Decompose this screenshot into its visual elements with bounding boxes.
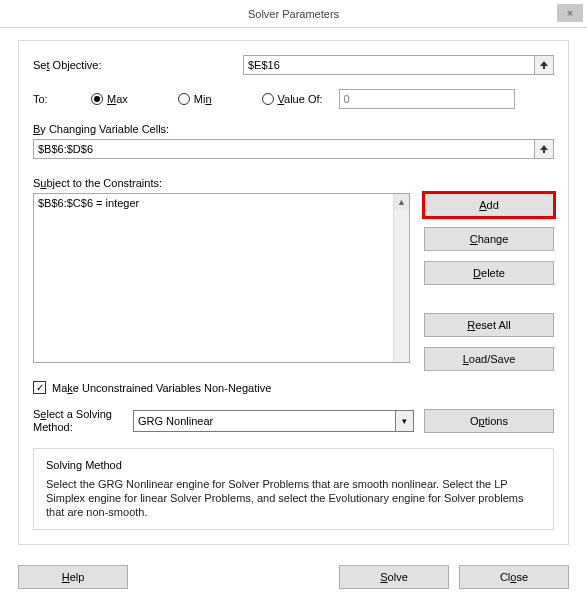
scroll-up-icon[interactable]: ▲ — [394, 194, 409, 210]
method-value: GRG Nonlinear — [138, 415, 213, 427]
solving-method-info: Solving Method Select the GRG Nonlinear … — [33, 448, 554, 530]
chevron-down-icon: ▾ — [395, 411, 413, 431]
changing-ref-button[interactable] — [534, 139, 554, 159]
radio-dot-icon — [262, 93, 274, 105]
spacer — [138, 565, 329, 589]
radio-valof-label: Value Of: — [278, 93, 323, 105]
radio-dot-icon — [178, 93, 190, 105]
nonneg-row: ✓ Make Unconstrained Variables Non-Negat… — [33, 381, 554, 394]
dialog-title: Solver Parameters — [248, 8, 339, 20]
scrollbar[interactable]: ▲ — [393, 194, 409, 362]
changing-cells-row: $B$6:$D$6 — [33, 139, 554, 159]
to-row: To: Max Min Value Of: 0 — [33, 89, 554, 109]
constraints-list[interactable]: $B$6:$C$6 = integer ▲ — [33, 193, 410, 363]
change-button[interactable]: Change — [424, 227, 554, 251]
objective-refbox: $E$16 — [243, 55, 554, 75]
radio-min[interactable]: Min — [178, 93, 212, 105]
changing-refbox: $B$6:$D$6 — [33, 139, 554, 159]
load-save-button[interactable]: Load/Save — [424, 347, 554, 371]
reset-all-button[interactable]: Reset All — [424, 313, 554, 337]
solve-button[interactable]: Solve — [339, 565, 449, 589]
info-heading: Solving Method — [46, 459, 541, 471]
nonneg-checkbox[interactable]: ✓ — [33, 381, 46, 394]
changing-input[interactable]: $B$6:$D$6 — [33, 139, 534, 159]
objective-input[interactable]: $E$16 — [243, 55, 534, 75]
method-label: Select a Solving Method: — [33, 408, 123, 434]
radio-dot-icon — [91, 93, 103, 105]
title-bar: Solver Parameters × — [0, 0, 587, 28]
radio-max-label: Max — [107, 93, 128, 105]
info-text: Select the GRG Nonlinear engine for Solv… — [46, 477, 541, 519]
constraints-label: Subject to the Constraints: — [33, 177, 554, 189]
dialog-body: Set Objective: $E$16 To: Max Min Value — [0, 28, 587, 545]
collapse-icon — [539, 144, 549, 154]
method-row: Select a Solving Method: GRG Nonlinear ▾… — [33, 408, 554, 434]
add-button[interactable]: Add — [424, 193, 554, 217]
close-icon[interactable]: × — [557, 4, 583, 22]
main-group: Set Objective: $E$16 To: Max Min Value — [18, 40, 569, 545]
radio-max[interactable]: Max — [91, 93, 128, 105]
set-objective-row: Set Objective: $E$16 — [33, 55, 554, 75]
changing-cells-label: By Changing Variable Cells: — [33, 123, 554, 135]
value-of-input[interactable]: 0 — [339, 89, 515, 109]
collapse-icon — [539, 60, 549, 70]
objective-ref-button[interactable] — [534, 55, 554, 75]
constraints-row: $B$6:$C$6 = integer ▲ Add Change Delete … — [33, 193, 554, 371]
to-label: To: — [33, 93, 91, 105]
radio-value-of[interactable]: Value Of: — [262, 93, 323, 105]
spacer — [424, 295, 554, 303]
constraint-item[interactable]: $B$6:$C$6 = integer — [38, 197, 405, 209]
method-select[interactable]: GRG Nonlinear ▾ — [133, 410, 414, 432]
constraint-buttons: Add Change Delete Reset All Load/Save — [424, 193, 554, 371]
set-objective-label: Set Objective: — [33, 59, 243, 71]
nonneg-label: Make Unconstrained Variables Non-Negativ… — [52, 382, 271, 394]
help-button[interactable]: Help — [18, 565, 128, 589]
dialog-footer: Help Solve Close — [0, 555, 587, 603]
close-button[interactable]: Close — [459, 565, 569, 589]
options-button[interactable]: Options — [424, 409, 554, 433]
radio-min-label: Min — [194, 93, 212, 105]
delete-button[interactable]: Delete — [424, 261, 554, 285]
